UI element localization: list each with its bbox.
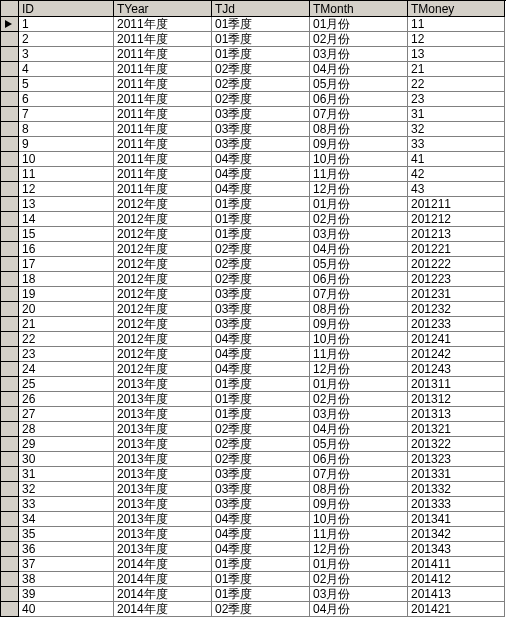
- cell-tyear[interactable]: 2013年度: [114, 407, 212, 422]
- row-selector[interactable]: [1, 317, 19, 332]
- cell-tmonth[interactable]: 06月份: [310, 92, 408, 107]
- cell-id[interactable]: 24: [19, 362, 114, 377]
- cell-tmonth[interactable]: 10月份: [310, 152, 408, 167]
- cell-tmoney[interactable]: 21: [408, 62, 505, 77]
- cell-tyear[interactable]: 2012年度: [114, 227, 212, 242]
- cell-tjd[interactable]: 02季度: [212, 92, 310, 107]
- cell-tyear[interactable]: 2013年度: [114, 467, 212, 482]
- cell-id[interactable]: 40: [19, 602, 114, 617]
- cell-tmoney[interactable]: 201323: [408, 452, 505, 467]
- cell-id[interactable]: 38: [19, 572, 114, 587]
- cell-tyear[interactable]: 2014年度: [114, 587, 212, 602]
- cell-tjd[interactable]: 02季度: [212, 602, 310, 617]
- row-selector[interactable]: [1, 152, 19, 167]
- cell-tmoney[interactable]: 201333: [408, 497, 505, 512]
- cell-tyear[interactable]: 2011年度: [114, 92, 212, 107]
- row-selector[interactable]: [1, 77, 19, 92]
- cell-tmonth[interactable]: 04月份: [310, 422, 408, 437]
- cell-id[interactable]: 37: [19, 557, 114, 572]
- cell-tmonth[interactable]: 03月份: [310, 47, 408, 62]
- cell-tyear[interactable]: 2013年度: [114, 542, 212, 557]
- cell-tjd[interactable]: 03季度: [212, 482, 310, 497]
- cell-tmoney[interactable]: 201211: [408, 197, 505, 212]
- cell-tyear[interactable]: 2012年度: [114, 347, 212, 362]
- row-selector[interactable]: [1, 497, 19, 512]
- cell-id[interactable]: 1: [19, 17, 114, 32]
- cell-tmoney[interactable]: 201241: [408, 332, 505, 347]
- cell-tmoney[interactable]: 201213: [408, 227, 505, 242]
- cell-tmonth[interactable]: 02月份: [310, 212, 408, 227]
- cell-tjd[interactable]: 03季度: [212, 287, 310, 302]
- row-selector[interactable]: [1, 272, 19, 287]
- cell-id[interactable]: 36: [19, 542, 114, 557]
- cell-tmonth[interactable]: 10月份: [310, 512, 408, 527]
- cell-tmonth[interactable]: 09月份: [310, 317, 408, 332]
- cell-tmoney[interactable]: 201311: [408, 377, 505, 392]
- cell-tyear[interactable]: 2014年度: [114, 572, 212, 587]
- cell-tmoney[interactable]: 22: [408, 77, 505, 92]
- cell-tmoney[interactable]: 201313: [408, 407, 505, 422]
- row-selector[interactable]: [1, 122, 19, 137]
- cell-tyear[interactable]: 2013年度: [114, 482, 212, 497]
- cell-id[interactable]: 5: [19, 77, 114, 92]
- cell-id[interactable]: 25: [19, 377, 114, 392]
- cell-tmoney[interactable]: 201221: [408, 242, 505, 257]
- cell-tyear[interactable]: 2011年度: [114, 107, 212, 122]
- row-selector[interactable]: [1, 542, 19, 557]
- cell-id[interactable]: 29: [19, 437, 114, 452]
- cell-tyear[interactable]: 2013年度: [114, 527, 212, 542]
- cell-id[interactable]: 17: [19, 257, 114, 272]
- cell-tmonth[interactable]: 05月份: [310, 77, 408, 92]
- cell-tyear[interactable]: 2013年度: [114, 452, 212, 467]
- cell-tmoney[interactable]: 32: [408, 122, 505, 137]
- row-selector[interactable]: [1, 512, 19, 527]
- cell-id[interactable]: 7: [19, 107, 114, 122]
- cell-tmonth[interactable]: 05月份: [310, 257, 408, 272]
- cell-tmonth[interactable]: 12月份: [310, 362, 408, 377]
- cell-tjd[interactable]: 03季度: [212, 137, 310, 152]
- cell-tmoney[interactable]: 13: [408, 47, 505, 62]
- cell-tmoney[interactable]: 201231: [408, 287, 505, 302]
- cell-tjd[interactable]: 03季度: [212, 107, 310, 122]
- cell-id[interactable]: 16: [19, 242, 114, 257]
- cell-tyear[interactable]: 2012年度: [114, 212, 212, 227]
- cell-tjd[interactable]: 01季度: [212, 557, 310, 572]
- cell-tyear[interactable]: 2012年度: [114, 317, 212, 332]
- cell-tmonth[interactable]: 11月份: [310, 347, 408, 362]
- row-selector[interactable]: [1, 182, 19, 197]
- cell-tmoney[interactable]: 201421: [408, 602, 505, 617]
- cell-tjd[interactable]: 04季度: [212, 182, 310, 197]
- col-header-tyear[interactable]: TYear: [114, 1, 212, 17]
- cell-id[interactable]: 30: [19, 452, 114, 467]
- cell-tjd[interactable]: 02季度: [212, 242, 310, 257]
- cell-tjd[interactable]: 01季度: [212, 47, 310, 62]
- row-selector[interactable]: [1, 332, 19, 347]
- cell-tyear[interactable]: 2012年度: [114, 302, 212, 317]
- row-selector[interactable]: [1, 602, 19, 617]
- row-selector[interactable]: [1, 302, 19, 317]
- cell-id[interactable]: 13: [19, 197, 114, 212]
- cell-id[interactable]: 3: [19, 47, 114, 62]
- cell-tmonth[interactable]: 03月份: [310, 587, 408, 602]
- cell-tmonth[interactable]: 07月份: [310, 467, 408, 482]
- cell-tyear[interactable]: 2011年度: [114, 62, 212, 77]
- cell-id[interactable]: 26: [19, 392, 114, 407]
- cell-tjd[interactable]: 04季度: [212, 332, 310, 347]
- cell-tmoney[interactable]: 33: [408, 137, 505, 152]
- cell-tyear[interactable]: 2012年度: [114, 242, 212, 257]
- row-selector[interactable]: [1, 467, 19, 482]
- row-selector[interactable]: [1, 137, 19, 152]
- cell-tmonth[interactable]: 05月份: [310, 437, 408, 452]
- cell-tjd[interactable]: 01季度: [212, 572, 310, 587]
- cell-tyear[interactable]: 2012年度: [114, 257, 212, 272]
- row-selector[interactable]: [1, 392, 19, 407]
- cell-id[interactable]: 27: [19, 407, 114, 422]
- cell-id[interactable]: 22: [19, 332, 114, 347]
- cell-tmoney[interactable]: 201341: [408, 512, 505, 527]
- cell-tmoney[interactable]: 201411: [408, 557, 505, 572]
- cell-tmoney[interactable]: 201412: [408, 572, 505, 587]
- cell-tjd[interactable]: 03季度: [212, 467, 310, 482]
- cell-tmonth[interactable]: 10月份: [310, 332, 408, 347]
- cell-tjd[interactable]: 03季度: [212, 497, 310, 512]
- cell-tjd[interactable]: 01季度: [212, 587, 310, 602]
